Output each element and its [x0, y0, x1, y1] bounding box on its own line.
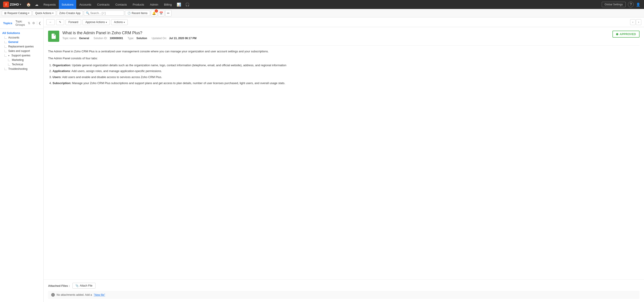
id-value: 100000001 — [110, 37, 123, 40]
type-label: Type: — [128, 37, 134, 40]
approve-actions-button[interactable]: Approve Actions ▾ — [82, 19, 110, 25]
actions-button[interactable]: Actions ▾ — [111, 19, 128, 25]
edit-toolbar-btn[interactable]: ✏ — [165, 10, 172, 16]
action-bar: ← ✎ Forward Approve Actions ▾ Actions ▾ … — [44, 18, 644, 27]
tree-line-replacement — [4, 46, 7, 48]
global-settings-button[interactable]: Global Settings — [602, 2, 626, 7]
search-input[interactable] — [90, 12, 122, 15]
cloud-nav-icon[interactable]: ☁ — [33, 0, 40, 9]
topic-groups-tab[interactable]: Topic Groups — [14, 19, 26, 27]
zoho-logo[interactable]: Z ZOHO ▾ — [2, 2, 22, 8]
request-catalog-btn[interactable]: ⊞ Request Catalog ▾ — [2, 10, 32, 16]
updated-label: Updated On: — [152, 37, 167, 40]
sidebar-item-marketing[interactable]: Marketing — [0, 58, 44, 62]
sidebar-item-technical[interactable]: Technical — [0, 62, 44, 67]
all-solutions-item[interactable]: All Solutions — [0, 31, 44, 35]
zoho-creator-app-btn[interactable]: Zoho Creator App — [57, 10, 83, 16]
home-nav-icon[interactable]: 🏠 — [24, 0, 33, 9]
updated-value: Jul 13, 2020 06:17 PM — [169, 37, 196, 40]
collapse-sidebar-icon[interactable]: ❮ — [37, 21, 41, 25]
nav-contracts[interactable]: Contracts — [94, 0, 112, 9]
sort-icon[interactable]: ⇅ — [27, 21, 31, 25]
sidebar-item-troubleshooting[interactable]: Troubleshooting — [0, 67, 44, 71]
grid-icon: ⊞ — [4, 12, 6, 15]
approve-actions-label: Approve Actions — [86, 20, 105, 24]
notification-btn[interactable]: 🔔 1 — [151, 10, 157, 16]
list-item-2-rest: : Add users, assign roles, and manage ap… — [70, 69, 162, 73]
nav-billing[interactable]: Billing — [161, 0, 174, 9]
sidebar-item-sales-support[interactable]: Sales and support — [0, 49, 44, 53]
nav-contacts[interactable]: Contacts — [113, 0, 130, 9]
solution-meta: What is the Admin Panel in Zoho CRM Plus… — [62, 31, 612, 40]
request-catalog-label: Request Catalog — [8, 12, 27, 15]
settings-icon[interactable]: ⚙ — [32, 21, 36, 25]
list-item-4-rest: Manage your Zoho CRM Plus subscriptions … — [71, 82, 285, 85]
technical-label: Technical — [12, 63, 23, 66]
forward-button[interactable]: Forward — [66, 19, 81, 25]
solution-icon — [48, 31, 59, 42]
list-item-4: Subscription: Manage your Zoho CRM Plus … — [52, 81, 640, 86]
new-file-link[interactable]: "New file" — [94, 293, 105, 296]
help-icon[interactable]: ? — [628, 2, 634, 8]
all-solutions-label: All Solutions — [2, 31, 20, 35]
marketing-label: Marketing — [12, 58, 24, 62]
sub-toolbar: ⊞ Request Catalog ▾ Quick Actions ▾ Zoho… — [0, 9, 644, 18]
analytics-icon[interactable]: 📊 — [175, 0, 183, 9]
nav-admin[interactable]: Admin — [147, 0, 161, 9]
svg-rect-1 — [52, 37, 54, 38]
approve-actions-arrow: ▾ — [106, 21, 107, 24]
top-navigation: Z ZOHO ▾ 🏠 ☁ Requests Solutions Accounts… — [0, 0, 644, 9]
quick-actions-arrow: ▾ — [52, 12, 54, 14]
quick-actions-btn[interactable]: Quick Actions ▾ — [33, 10, 56, 16]
content-area: ← ✎ Forward Approve Actions ▾ Actions ▾ … — [44, 18, 644, 302]
attached-files-section: Attached Files : 📎 Attach File i No atta… — [44, 280, 644, 302]
prev-button[interactable]: ‹ — [630, 19, 636, 25]
calendar-btn[interactable]: 📅 — [158, 10, 164, 16]
attach-file-button[interactable]: 📎 Attach File — [72, 283, 96, 288]
no-attachments-notice: i No attachments added. Add a "New file" — [48, 291, 640, 299]
back-icon: ← — [49, 20, 52, 24]
no-attach-text: No attachments added. Add a — [56, 293, 92, 296]
approved-dot — [616, 33, 618, 35]
sidebar-item-replacement[interactable]: Replacement queries — [0, 44, 44, 49]
edit-button[interactable]: ✎ — [56, 19, 64, 25]
tree-line-sales — [4, 50, 7, 52]
logo-box: Z — [3, 2, 9, 8]
headset-icon[interactable]: 🎧 — [183, 0, 192, 9]
solution-header: What is the Admin Panel in Zoho CRM Plus… — [48, 31, 640, 46]
tree-line-technical — [8, 63, 10, 66]
sales-support-label: Sales and support — [8, 50, 30, 52]
sidebar-item-support-queries[interactable]: ▾ Support queries — [0, 53, 44, 58]
search-bar[interactable]: 🔍 — [84, 10, 124, 16]
next-button[interactable]: › — [636, 19, 641, 25]
list-item-2: Applications: Add users, assign roles, a… — [52, 69, 640, 74]
nav-arrows: ‹ › — [630, 19, 641, 25]
general-label: General — [8, 40, 18, 44]
back-button[interactable]: ← — [46, 19, 55, 25]
approved-badge: APPROVED — [612, 31, 640, 38]
clock-icon: 🕐 — [128, 12, 131, 15]
recent-items-btn[interactable]: 🕐 Recent Items — [125, 10, 150, 16]
search-icon: 🔍 — [86, 12, 90, 15]
topics-tab[interactable]: Topics — [2, 21, 13, 25]
tree-line-support — [4, 54, 7, 56]
list-item-3: Users: Add users and enable and disable … — [52, 75, 640, 80]
solution-info: Topic name: General Solution ID: 1000000… — [62, 37, 612, 40]
sidebar-item-general[interactable]: General — [0, 40, 44, 44]
logo-dropdown-icon[interactable]: ▾ — [20, 3, 21, 6]
actions-arrow: ▾ — [124, 21, 125, 24]
troubleshooting-label: Troubleshooting — [8, 67, 28, 70]
list-item-4-bold: Subscription: — [52, 82, 71, 85]
sidebar-item-accounts[interactable]: Accounts — [0, 35, 44, 40]
body-para-1: The Admin Panel in Zoho CRM Plus is a ce… — [48, 49, 640, 54]
nav-accounts[interactable]: Accounts — [77, 0, 94, 9]
nav-products[interactable]: Products — [130, 0, 147, 9]
user-avatar[interactable]: 👤 — [634, 0, 642, 9]
edit-icon: ✎ — [59, 20, 61, 24]
nav-requests[interactable]: Requests — [41, 0, 58, 9]
tree-line-general — [4, 41, 7, 43]
list-item-3-bold: Users — [52, 76, 60, 79]
support-queries-label: Support queries — [12, 54, 30, 57]
list-item-1-rest: : Update general organization details su… — [70, 64, 286, 67]
nav-solutions[interactable]: Solutions — [59, 0, 76, 9]
